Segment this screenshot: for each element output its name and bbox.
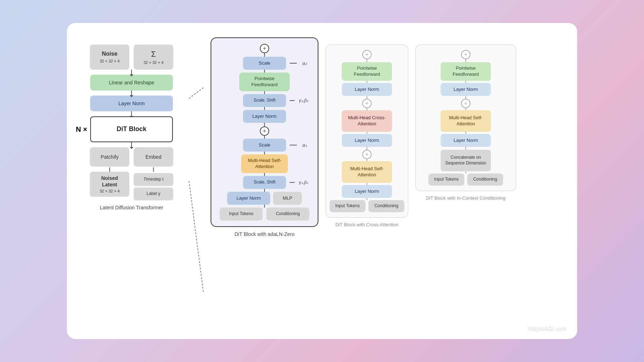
ic-concat-box: Concatenate on Sequence Dimension xyxy=(441,150,491,171)
noise-box: Noise 32 × 32 × 4 xyxy=(90,45,129,70)
col3-ca: + Pointwise Feedforward Layer Norm + Mul… xyxy=(326,45,408,227)
gap2 xyxy=(264,91,265,94)
svg-line-0 xyxy=(189,88,203,98)
arrow3 xyxy=(131,111,132,116)
ditblock-wrapper: N × DiT Block xyxy=(90,116,173,142)
ic-input-box: Input Tokens xyxy=(428,173,464,186)
layernorm-mlp-row: Layer Norm MLP xyxy=(227,192,302,205)
ca-plus-mid1: + xyxy=(362,150,372,159)
gap3 xyxy=(264,107,265,110)
scaleshift1-box: Scale, Shift xyxy=(243,176,286,189)
ca-plus-top: + xyxy=(362,50,372,59)
main-card: WaytoAGI.com Noise 32 × 32 × 4 Σ 32 × 32… xyxy=(67,23,577,339)
noised-latent-box: NoisedLatent 32 × 32 × 4 xyxy=(90,172,129,197)
linear-reshape-box: Linear and Reshape xyxy=(90,75,173,90)
gap5 xyxy=(264,136,265,139)
ca-layernorm-sa-box: Layer Norm xyxy=(342,185,392,198)
plus-middle: + xyxy=(260,126,269,136)
col2-adaln: + Scale α₂ Pointwise Feedforward Scale, … xyxy=(211,37,318,237)
ca-plus-mid2: + xyxy=(362,99,372,108)
gap4 xyxy=(264,123,265,126)
arrow4 xyxy=(131,142,132,147)
ca-layernorm-pf-box: Layer Norm xyxy=(342,83,392,96)
input-tokens-box: Input Tokens xyxy=(220,208,263,221)
conditioning-box: Conditioning xyxy=(266,208,309,221)
noise-sub: 32 × 32 × 4 xyxy=(100,59,120,64)
ic-layernorm-pf-box: Layer Norm xyxy=(441,83,491,96)
arrow-from-plus-top xyxy=(264,53,265,57)
col4-caption: DiT Block with In-Context Conditioning xyxy=(426,195,506,201)
layernorm1-box: Layer Norm xyxy=(227,192,270,205)
scale2-box: Scale xyxy=(243,57,286,70)
col4-ic: + Pointwise Feedforward Layer Norm + Mul… xyxy=(415,45,516,201)
alpha1-label: α₁ xyxy=(303,143,307,148)
gap7 xyxy=(264,173,265,176)
ic-layernorm-sa-box: Layer Norm xyxy=(441,134,491,147)
nx-label: N × xyxy=(76,125,87,134)
ic-cond-box: Conditioning xyxy=(467,173,503,186)
scale1-row: Scale α₁ xyxy=(218,139,310,152)
ldt-input-row: NoisedLatent 32 × 32 × 4 Timestep t Labe… xyxy=(90,167,173,200)
ca-mhsa-box: Multi-Head Self-Attention xyxy=(342,161,392,183)
gap9 xyxy=(264,205,265,208)
ca-input-box: Input Tokens xyxy=(330,200,365,212)
col1-ldt: Noise 32 × 32 × 4 Σ 32 × 32 × 4 Linear a… xyxy=(81,37,182,210)
gap6 xyxy=(264,152,265,154)
adaln-bottom: Input Tokens Conditioning xyxy=(220,208,309,221)
arrow1 xyxy=(131,70,132,75)
scaleshift1-row: Scale, Shift γ₁,β₁ xyxy=(218,176,310,189)
gamma2beta2-label: γ₂,β₂ xyxy=(299,98,308,103)
embed-box: Embed xyxy=(134,147,173,167)
pf-box: Pointwise Feedforward xyxy=(239,73,290,91)
ldt-bottom-row: Patchify Embed xyxy=(90,147,173,167)
gamma1beta1-label: γ₁,β₁ xyxy=(299,180,308,185)
ic-bottom: Input Tokens Conditioning xyxy=(428,173,503,186)
alpha2-label: α₂ xyxy=(303,61,307,66)
dashed-connector xyxy=(189,80,203,190)
noise-label: Noise xyxy=(102,50,118,58)
scale1-box: Scale xyxy=(243,139,286,152)
ditblock-box: DiT Block xyxy=(90,116,173,142)
ca-mhca-box: Multi-Head Cross-Attention xyxy=(342,110,392,132)
col1-caption: Latent Diffusion Transformer xyxy=(100,205,163,210)
timestep-box: Timestep t xyxy=(134,173,173,186)
class-label-box: Label y xyxy=(134,187,173,200)
ca-cond-box: Conditioning xyxy=(368,200,404,212)
ldt-top-row: Noise 32 × 32 × 4 Σ 32 × 32 × 4 xyxy=(90,45,173,70)
layernorm-box: Layer Norm xyxy=(90,96,173,111)
ic-plus-top: + xyxy=(461,50,470,59)
ca-bottom: Input Tokens Conditioning xyxy=(330,200,404,212)
mlp-box: MLP xyxy=(273,192,302,205)
sigma-sub: 32 × 32 × 4 xyxy=(143,60,164,65)
sigma-box: Σ 32 × 32 × 4 xyxy=(134,45,173,70)
ldt-diagram: Noise 32 × 32 × 4 Σ 32 × 32 × 4 Linear a… xyxy=(81,45,182,200)
noised-sub: 32 × 32 × 4 xyxy=(100,189,120,194)
svg-line-1 xyxy=(189,181,203,292)
gap8 xyxy=(264,189,265,192)
scaleshift2-box: Scale, Shift xyxy=(243,94,286,107)
plus-top: + xyxy=(260,44,269,53)
ca-layernorm-ca-box: Layer Norm xyxy=(342,134,392,147)
col3-caption: DiT Block with Cross-Attention xyxy=(335,222,398,227)
arrow2 xyxy=(131,90,132,96)
ca-container: + Pointwise Feedforward Layer Norm + Mul… xyxy=(326,45,408,218)
ic-mhsa-box: Multi-Head Self-Attention xyxy=(441,110,491,132)
layernorm2-box: Layer Norm xyxy=(243,110,286,123)
ic-container: + Pointwise Feedforward Layer Norm + Mul… xyxy=(415,45,516,191)
mhsa-box: Multi-Head Self-Attention xyxy=(241,154,288,173)
patchify-box: Patchify xyxy=(90,147,129,167)
scaleshift2-row: Scale, Shift γ₂,β₂ xyxy=(218,94,310,107)
adaln-container: + Scale α₂ Pointwise Feedforward Scale, … xyxy=(211,37,318,227)
noised-label: NoisedLatent xyxy=(101,175,118,188)
ic-plus-mid: + xyxy=(461,99,470,108)
gap1 xyxy=(264,70,265,73)
ca-pf-box: Pointwise Feedforward xyxy=(342,62,392,81)
scale2-row: Scale α₂ xyxy=(218,57,310,70)
watermark: WaytoAGI.com xyxy=(528,325,566,332)
sigma-symbol: Σ xyxy=(151,49,156,60)
ic-pf-box: Pointwise Feedforward xyxy=(441,62,491,81)
col2-caption: DiT Block with adaLN-Zero xyxy=(234,231,294,237)
